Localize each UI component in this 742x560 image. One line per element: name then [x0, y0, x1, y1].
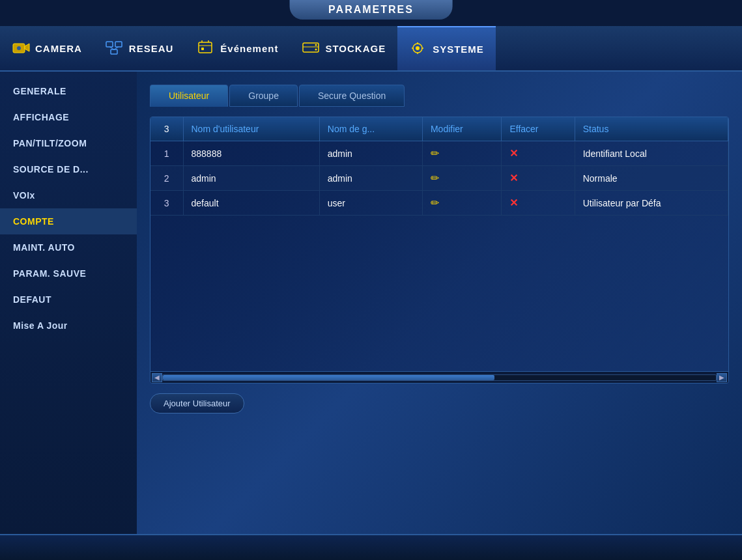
- cell-modifier-3[interactable]: ✏: [422, 191, 502, 216]
- svg-point-15: [315, 44, 317, 46]
- horizontal-scrollbar[interactable]: ◀ ▶: [150, 371, 728, 383]
- edit-icon-3[interactable]: ✏: [431, 197, 439, 209]
- table-container: 3 Nom d'utilisateur Nom de g... Modifier…: [150, 117, 729, 384]
- nav-item-evenement[interactable]: Événement: [185, 26, 290, 70]
- table-row: 2 admin admin ✏ ✕ Normale: [150, 166, 728, 191]
- table-row: 1 888888 admin ✏ ✕ Identifiant Local: [150, 141, 728, 166]
- nav-label-stockage: STOCKAGE: [325, 43, 386, 54]
- add-user-button[interactable]: Ajouter Utilisateur: [150, 393, 244, 413]
- sidebar-item-param-sauve[interactable]: PARAM. SAUVE: [0, 260, 137, 287]
- tab-secure-question[interactable]: Secure Question: [299, 85, 405, 107]
- table-row: 3 default user ✏ ✕ Utilisateur par Défa: [150, 191, 728, 216]
- cell-username-3: default: [183, 191, 319, 216]
- user-table: 3 Nom d'utilisateur Nom de g... Modifier…: [150, 117, 728, 216]
- sidebar: GENERALE AFFICHAGE PAN/TILT/ZOOM SOURCE …: [0, 72, 137, 534]
- table-body-area: 3 Nom d'utilisateur Nom de g... Modifier…: [150, 117, 728, 371]
- svg-point-2: [17, 46, 21, 50]
- table-header-row: 3 Nom d'utilisateur Nom de g... Modifier…: [150, 117, 728, 141]
- delete-icon-2[interactable]: ✕: [509, 172, 518, 184]
- sidebar-item-voix[interactable]: VOIx: [0, 182, 137, 208]
- nav-label-systeme: SYSTEME: [433, 44, 484, 55]
- cell-num-1: 1: [150, 141, 183, 166]
- cell-effacer-1[interactable]: ✕: [502, 141, 575, 166]
- delete-icon-1[interactable]: ✕: [509, 147, 518, 160]
- col-header-num: 3: [150, 117, 183, 141]
- bottom-bar: [0, 534, 742, 560]
- cell-effacer-2[interactable]: ✕: [502, 166, 575, 191]
- cell-num-3: 3: [150, 191, 183, 216]
- page-title: PARAMETRES: [328, 4, 414, 15]
- col-header-username: Nom d'utilisateur: [183, 117, 319, 141]
- edit-icon-1[interactable]: ✏: [431, 147, 439, 160]
- network-icon: [106, 40, 124, 56]
- edit-icon-2[interactable]: ✏: [431, 172, 439, 184]
- storage-icon: [302, 40, 320, 56]
- scroll-left-button[interactable]: ◀: [152, 373, 162, 382]
- cell-group-3: user: [319, 191, 422, 216]
- svg-rect-4: [115, 42, 122, 47]
- sidebar-item-maint-auto[interactable]: MAINT. AUTO: [0, 234, 137, 260]
- scroll-thumb: [163, 375, 494, 380]
- col-header-group: Nom de g...: [319, 117, 422, 141]
- nav-item-systeme[interactable]: SYSTEME: [397, 26, 496, 70]
- cell-username-1: 888888: [183, 141, 319, 166]
- cell-status-3: Utilisateur par Défa: [575, 191, 728, 216]
- cell-status-1: Identifiant Local: [575, 141, 728, 166]
- cell-group-2: admin: [319, 166, 422, 191]
- event-icon: [197, 40, 215, 56]
- cell-effacer-3[interactable]: ✕: [502, 191, 575, 216]
- tabs-container: Utilisateur Groupe Secure Question: [150, 85, 729, 107]
- title-bar: PARAMETRES: [289, 0, 453, 20]
- nav-item-stockage[interactable]: STOCKAGE: [290, 26, 397, 70]
- svg-point-18: [416, 46, 420, 50]
- cell-modifier-2[interactable]: ✏: [422, 166, 502, 191]
- nav-label-reseau: RESEAU: [129, 43, 174, 54]
- svg-point-16: [315, 49, 317, 51]
- nav-item-camera[interactable]: CAMERA: [0, 26, 94, 70]
- scroll-track[interactable]: [162, 374, 717, 381]
- tab-groupe[interactable]: Groupe: [229, 85, 298, 107]
- sidebar-item-defaut[interactable]: DEFAUT: [0, 287, 137, 313]
- cell-num-2: 2: [150, 166, 183, 191]
- col-header-status: Status: [575, 117, 728, 141]
- col-header-modifier: Modifier: [422, 117, 502, 141]
- sidebar-item-mise-a-jour[interactable]: Mise A Jour: [0, 313, 137, 339]
- sidebar-item-compte[interactable]: COMPTE: [0, 208, 137, 234]
- cell-status-2: Normale: [575, 166, 728, 191]
- nav-item-reseau[interactable]: RESEAU: [94, 26, 186, 70]
- tab-utilisateur[interactable]: Utilisateur: [150, 85, 228, 107]
- sidebar-item-generale[interactable]: GENERALE: [0, 78, 137, 104]
- cell-group-1: admin: [319, 141, 422, 166]
- svg-rect-5: [111, 49, 117, 54]
- sidebar-item-affichage[interactable]: AFFICHAGE: [0, 104, 137, 130]
- camera-icon: [12, 40, 30, 56]
- sidebar-item-source-de-d[interactable]: SOURCE DE D...: [0, 156, 137, 182]
- svg-rect-8: [199, 42, 212, 53]
- nav-label-camera: CAMERA: [35, 43, 82, 54]
- cell-username-2: admin: [183, 166, 319, 191]
- col-header-effacer: Effacer: [502, 117, 575, 141]
- system-icon: [409, 41, 427, 57]
- main-content: Utilisateur Groupe Secure Question 3 Nom…: [137, 72, 742, 534]
- svg-marker-1: [25, 44, 29, 51]
- delete-icon-3[interactable]: ✕: [509, 197, 518, 209]
- svg-rect-12: [201, 48, 204, 50]
- sidebar-item-pan-tilt-zoom[interactable]: PAN/TILT/ZOOM: [0, 130, 137, 156]
- top-nav: CAMERA RESEAU Événement: [0, 26, 742, 72]
- nav-label-evenement: Événement: [220, 43, 278, 54]
- scroll-right-button[interactable]: ▶: [717, 373, 727, 382]
- svg-rect-3: [106, 42, 113, 47]
- cell-modifier-1[interactable]: ✏: [422, 141, 502, 166]
